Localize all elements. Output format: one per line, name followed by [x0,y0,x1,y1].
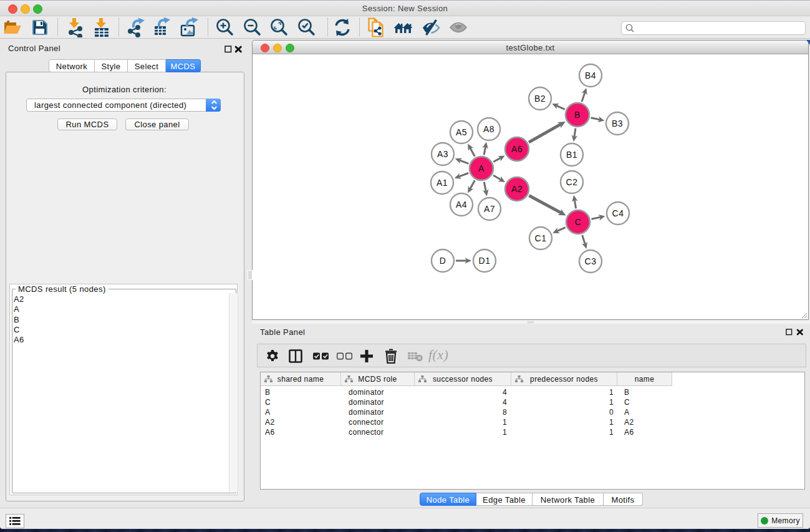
svg-text:B3: B3 [612,118,623,128]
svg-text:C1: C1 [535,233,547,243]
svg-text:A6: A6 [511,144,523,154]
svg-text:A8: A8 [483,124,494,134]
svg-text:C: C [575,217,582,227]
svg-text:C2: C2 [566,177,578,187]
svg-text:C3: C3 [585,256,597,266]
svg-text:A1: A1 [436,178,448,188]
svg-text:B1: B1 [566,150,577,160]
svg-text:D1: D1 [479,256,491,266]
svg-text:A2: A2 [511,184,523,194]
svg-text:D: D [440,256,446,266]
svg-text:C4: C4 [612,208,624,218]
svg-text:A3: A3 [437,149,448,159]
svg-text:A4: A4 [456,200,467,210]
svg-text:B2: B2 [534,94,546,104]
svg-text:B4: B4 [585,70,596,80]
svg-text:A7: A7 [484,204,495,214]
svg-text:A: A [478,163,485,173]
svg-text:B: B [574,110,581,120]
svg-text:A5: A5 [456,127,467,137]
